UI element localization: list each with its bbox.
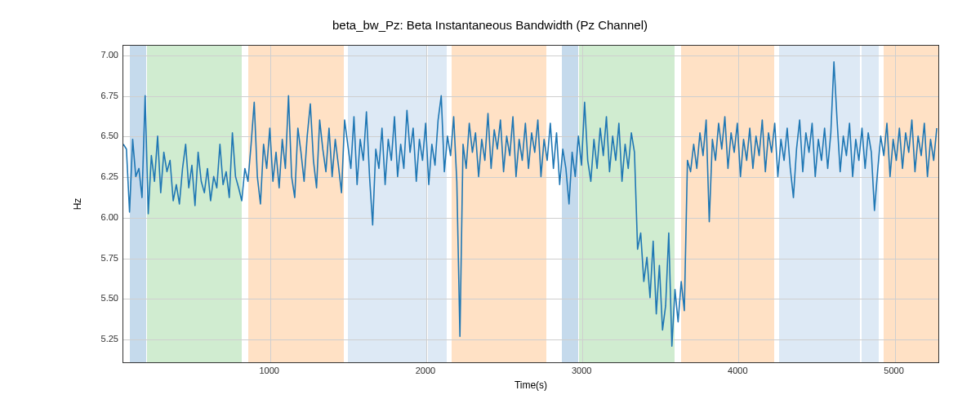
chart-container: beta_bw_Pz: Beta Instantaneous Bandwidth… bbox=[0, 0, 980, 408]
x-tick-label: 4000 bbox=[728, 366, 747, 375]
y-tick-label: 6.50 bbox=[86, 131, 118, 140]
y-tick-label: 5.75 bbox=[86, 253, 118, 263]
y-axis-label: Hz bbox=[72, 198, 83, 211]
y-tick-label: 6.75 bbox=[86, 91, 118, 100]
plot-area bbox=[122, 45, 939, 363]
y-tick-label: 7.00 bbox=[86, 50, 118, 60]
x-tick-label: 3000 bbox=[572, 366, 591, 375]
x-tick-label: 2000 bbox=[416, 366, 435, 375]
y-tick-label: 5.25 bbox=[86, 334, 118, 344]
y-tick-label: 6.25 bbox=[86, 171, 118, 181]
y-tick-label: 6.00 bbox=[86, 212, 118, 222]
x-tick-label: 1000 bbox=[259, 366, 278, 375]
x-tick-label: 5000 bbox=[884, 366, 903, 375]
data-line bbox=[123, 46, 938, 362]
x-axis-label: Time(s) bbox=[122, 379, 939, 391]
chart-title: beta_bw_Pz: Beta Instantaneous Bandwidth… bbox=[0, 18, 980, 32]
y-tick-label: 5.50 bbox=[86, 293, 118, 303]
